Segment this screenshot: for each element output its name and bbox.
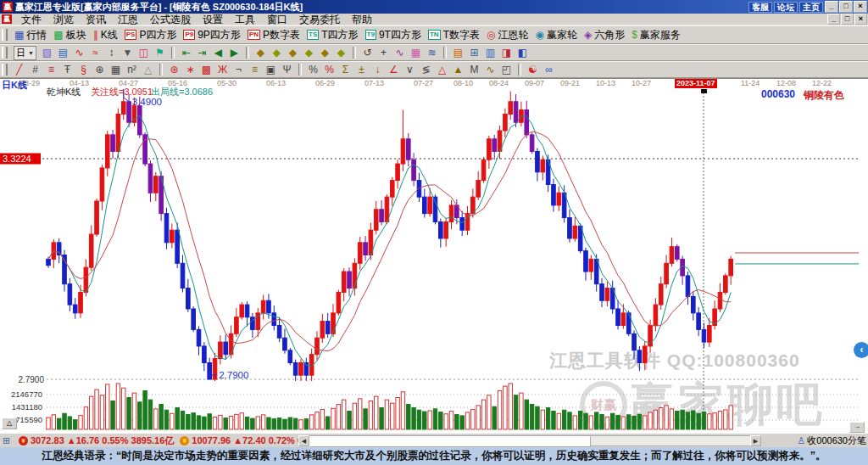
screen-icon[interactable]: ▧ xyxy=(40,46,54,59)
menu-tools[interactable]: 工具 xyxy=(229,14,261,25)
kline-style-icon[interactable]: ◫ xyxy=(136,46,151,59)
spiral-icon[interactable]: § xyxy=(76,63,91,76)
last-bar-icon[interactable]: ⇥ xyxy=(195,46,209,59)
menu-formula[interactable]: 公式选股 xyxy=(144,14,197,25)
t-tool-icon[interactable]: Ŧ xyxy=(60,63,75,76)
gann-diamond2-icon[interactable]: ◆ xyxy=(270,46,284,59)
fork-icon[interactable]: Ψ xyxy=(280,63,294,76)
menu-help[interactable]: 帮助 xyxy=(346,14,378,25)
scrollbar-thumb[interactable] xyxy=(309,436,591,447)
pyramid-icon[interactable]: △ xyxy=(435,63,449,76)
arrow-down-icon[interactable]: ↓ xyxy=(370,63,385,76)
sh-index-quote[interactable]: 3072.83 ▲16.76 0.55% 3895.16亿 xyxy=(31,434,174,447)
first-bar-icon[interactable]: ⇤ xyxy=(179,46,193,59)
updown-icon[interactable]: ↕ xyxy=(104,46,119,59)
quotes-button[interactable]: ▦行情 xyxy=(12,26,49,43)
star-icon[interactable]: ∗ xyxy=(183,63,198,76)
menu-file[interactable]: 文件 xyxy=(15,14,47,25)
menu-browse[interactable]: 浏览 xyxy=(47,14,80,25)
tick-data-shortcut[interactable]: ♙ 收000630分笔 xyxy=(797,434,866,447)
gann-diamond6-icon[interactable]: ◆ xyxy=(334,46,348,59)
undo-icon[interactable]: ↺ xyxy=(360,46,375,59)
menu-window[interactable]: 窗口 xyxy=(261,14,293,25)
angle-icon[interactable]: ∠ xyxy=(387,63,401,76)
restore-button[interactable]: □ xyxy=(839,1,853,13)
horizontal-scrollbar[interactable]: ◀ ▶ xyxy=(298,435,761,446)
close-button[interactable]: × xyxy=(854,1,867,13)
wave3-icon[interactable]: ∿ xyxy=(483,63,498,76)
winner-wheel-button[interactable]: ◉赢家轮 xyxy=(532,26,579,43)
grid-pink-icon[interactable]: ▦ xyxy=(409,46,423,59)
percent-red-icon[interactable]: % xyxy=(322,63,337,76)
hash-icon[interactable]: # xyxy=(28,63,42,76)
menu-settings[interactable]: 设置 xyxy=(197,14,229,25)
wave2-red-icon[interactable]: ≈ xyxy=(88,46,103,59)
m-icon[interactable]: M xyxy=(467,63,481,76)
web-icon[interactable]: ▩ xyxy=(199,63,214,76)
box2-icon[interactable]: ◰ xyxy=(499,63,514,76)
doc-restore-button[interactable]: □ xyxy=(841,14,854,25)
prev-bar-icon[interactable]: ◀ xyxy=(211,46,225,59)
grid-icon[interactable]: ⊞ xyxy=(3,436,14,445)
gann-wheel-button[interactable]: ◎江恩轮 xyxy=(484,26,531,43)
menu-gann[interactable]: 江恩 xyxy=(112,14,144,25)
lattice-icon[interactable]: Ж xyxy=(215,63,230,76)
gann-diamond1-icon[interactable]: ◆ xyxy=(253,46,268,59)
pen-icon[interactable]: ╱ xyxy=(12,63,26,76)
scrollbar-left-arrow-icon[interactable]: ◀ xyxy=(298,435,309,446)
circle-cross-icon[interactable]: ⊕ xyxy=(92,63,107,76)
gann-diamond5-icon[interactable]: ◆ xyxy=(318,46,332,59)
sigma-icon[interactable]: Σ xyxy=(338,63,353,76)
expand-pane-button[interactable]: △ xyxy=(2,417,17,429)
gann-diamond3-icon[interactable]: ◆ xyxy=(286,46,300,59)
infinity-icon[interactable]: ∞ xyxy=(542,63,556,76)
support-link[interactable]: 客服 xyxy=(748,2,772,13)
winner-service-button[interactable]: $赢家服务 xyxy=(629,26,683,43)
menu-trade[interactable]: 交易委托 xyxy=(293,14,346,25)
minimize-button[interactable]: _ xyxy=(825,1,838,13)
doc-minimize-button[interactable]: _ xyxy=(827,14,840,25)
waves-icon[interactable]: ≋ xyxy=(425,46,439,59)
fib-icon[interactable]: ≡ xyxy=(248,63,262,76)
kline-chart-canvas[interactable]: 3.32242.7900214677014311807155903.49002.… xyxy=(0,79,868,433)
dropdown-arrow-icon[interactable]: ▼ xyxy=(120,46,135,59)
calendar-icon[interactable]: ▤ xyxy=(451,46,465,59)
hexagon-button[interactable]: ◈六角形 xyxy=(581,26,627,43)
gann-fan-icon[interactable]: ⊛ xyxy=(167,63,181,76)
ruler-icon[interactable]: ¬ xyxy=(231,63,246,76)
next-bar-icon[interactable]: ▶ xyxy=(227,46,242,59)
plusminus-icon[interactable]: ± xyxy=(354,63,369,76)
sectors-button[interactable]: ▩板块 xyxy=(51,26,88,43)
vee-icon[interactable]: ∨ xyxy=(403,63,417,76)
notebook-icon[interactable]: ▥ xyxy=(483,46,498,59)
period-dropdown[interactable]: 日 ▼ xyxy=(14,46,36,60)
p-square-button[interactable]: PSP四方形 xyxy=(122,26,180,43)
scroll-right-button[interactable]: → xyxy=(849,422,865,433)
kline-button[interactable]: ∥K线 xyxy=(91,26,120,43)
grid2-icon[interactable]: ▦ xyxy=(108,63,123,76)
p9-square-button[interactable]: P99P四方形 xyxy=(181,26,242,43)
save-icon[interactable]: ◨ xyxy=(499,46,514,59)
export-icon[interactable]: ◧ xyxy=(515,46,530,59)
forum-link[interactable]: 论坛 xyxy=(774,2,798,13)
n2-icon[interactable]: n² xyxy=(125,63,139,76)
p-table-button[interactable]: PNP数字表 xyxy=(245,26,303,43)
menu-news[interactable]: 资讯 xyxy=(80,14,112,25)
doc-icon[interactable]: ▤ xyxy=(56,46,70,59)
t-table-button[interactable]: TNT数字表 xyxy=(426,26,482,43)
home-link[interactable]: 主页 xyxy=(799,2,823,13)
doc-close-button[interactable]: × xyxy=(854,14,867,25)
channel-icon[interactable]: ≶ xyxy=(419,63,433,76)
t9-square-button[interactable]: T99T四方形 xyxy=(363,26,424,43)
pyramid2-icon[interactable]: ▲ xyxy=(451,63,465,76)
gann-diamond4-icon[interactable]: ◆ xyxy=(302,46,316,59)
crosshair-icon[interactable]: + xyxy=(376,46,391,59)
angle-tri-icon[interactable]: △ xyxy=(141,63,155,76)
wave-red-icon[interactable]: ∿ xyxy=(72,46,86,59)
curve-icon[interactable]: ∿ xyxy=(392,46,407,59)
box-icon[interactable]: ▣ xyxy=(264,63,278,76)
gann-grid-icon[interactable]: ≡ xyxy=(44,63,58,76)
calculator-icon[interactable]: ⊞ xyxy=(467,46,481,59)
t-square-button[interactable]: TST四方形 xyxy=(304,26,361,43)
collapse-panel-button[interactable]: ‹ xyxy=(854,342,868,358)
